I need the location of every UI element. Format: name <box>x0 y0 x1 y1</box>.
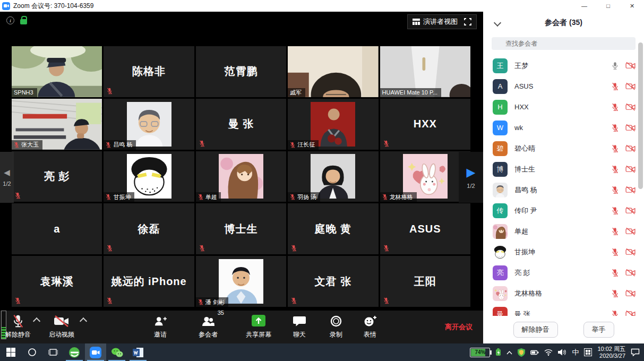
tray-date: 2020/3/27 <box>597 353 625 359</box>
search-input[interactable] <box>492 37 636 50</box>
participant-row[interactable]: 曼曼 张 <box>483 304 644 316</box>
video-off-icon <box>625 62 636 70</box>
participant-row[interactable]: HHXX <box>483 97 644 117</box>
video-tile[interactable]: 曼 张 <box>196 99 286 150</box>
video-tile[interactable]: SPNH3 <box>12 46 102 97</box>
video-tile[interactable]: 徐磊 <box>104 203 194 254</box>
participants-button[interactable]: 35 参会者 <box>199 314 218 339</box>
unmute-button[interactable]: 解除静音 <box>5 314 31 339</box>
muted-mic-icon <box>290 194 295 200</box>
video-tile[interactable]: 甘振坤 <box>104 151 194 202</box>
video-tile[interactable]: 羽扬 汤 <box>288 151 378 202</box>
task-view-button[interactable] <box>42 343 64 361</box>
charging-icon[interactable] <box>495 348 501 356</box>
video-tile[interactable]: 汪长征 <box>288 99 378 150</box>
video-tile[interactable]: 袁琳溪 <box>12 256 102 307</box>
restore-button[interactable]: □ <box>596 0 620 12</box>
cortana-button[interactable] <box>21 343 42 361</box>
start-video-button[interactable]: 启动视频 <box>49 314 74 339</box>
record-button[interactable]: 录制 <box>330 314 342 339</box>
participant-row[interactable]: 传传印 尹 <box>483 200 644 221</box>
record-icon <box>330 315 342 327</box>
avatar: A <box>493 79 508 94</box>
participant-name: 博士生 <box>514 165 612 174</box>
participant-row[interactable]: 碧碧心晴 <box>483 138 644 159</box>
raise-hand-button[interactable]: 举手 <box>583 322 614 338</box>
fullscreen-button[interactable] <box>464 18 471 25</box>
video-tile[interactable]: 昌鸣 杨 <box>104 99 194 150</box>
speaker-view-button[interactable]: 演讲者视图 <box>413 17 458 27</box>
browser-taskbar-icon[interactable] <box>64 343 85 361</box>
video-off-icon <box>625 227 636 235</box>
reactions-button[interactable]: 表情 <box>364 314 376 339</box>
hidden-icons-chevron[interactable] <box>506 350 512 355</box>
window-title: Zoom 会议号: 370-104-6359 <box>13 2 93 11</box>
participant-row[interactable]: Wwk <box>483 117 644 138</box>
participant-name: 龙林格格 <box>514 289 612 298</box>
zoom-taskbar-icon[interactable] <box>85 343 106 361</box>
participant-row[interactable]: 昌鸣 杨 <box>483 179 644 200</box>
panel-header: 参会者 (35) <box>483 12 644 34</box>
video-tile[interactable]: 王阳 <box>380 256 470 307</box>
system-tray: 74% 中 10:02 周五 2020/3/27 <box>470 346 644 359</box>
power-icon[interactable] <box>530 350 539 355</box>
muted-mic-icon <box>291 245 297 252</box>
wifi-icon[interactable] <box>544 349 553 356</box>
participant-row[interactable]: 龙林格格 <box>483 283 644 304</box>
video-tile[interactable]: 张大玉 <box>12 99 102 150</box>
wechat-taskbar-icon[interactable] <box>106 343 127 361</box>
video-tile[interactable]: 范霄鹏 <box>196 46 286 97</box>
video-tile[interactable]: 潘 剑彬 <box>196 256 286 307</box>
mic-options-caret[interactable] <box>33 317 40 325</box>
ime-language-indicator[interactable]: 中 <box>572 348 579 357</box>
video-tile[interactable]: 庭晚 黄 <box>288 203 378 254</box>
security-shield-icon[interactable] <box>518 348 525 357</box>
mic-muted-icon <box>612 186 619 194</box>
unmute-self-button[interactable]: 解除静音 <box>513 322 558 338</box>
video-tile[interactable]: HXX <box>380 99 470 150</box>
avatar: 曼 <box>493 307 508 316</box>
mic-muted-icon <box>612 289 619 298</box>
participant-name: wk <box>514 124 612 132</box>
video-tile[interactable]: HUAWEI Mate 10 P... <box>380 46 470 97</box>
previous-page-button[interactable]: ◀ 1/2 <box>0 152 14 203</box>
participant-name: HUAWEI Mate 10 P... <box>382 90 438 96</box>
battery-indicator[interactable]: 74% <box>470 348 490 357</box>
view-controls: 演讲者视图 <box>407 14 477 29</box>
taskbar-clock[interactable]: 10:02 周五 2020/3/27 <box>597 346 625 359</box>
meeting-info-icon[interactable]: i <box>6 16 14 24</box>
video-tile[interactable]: 姚远的 iPhone <box>104 256 194 307</box>
participant-row[interactable]: 博博士生 <box>483 159 644 179</box>
participant-row[interactable]: AASUS <box>483 76 644 97</box>
start-button[interactable] <box>0 343 21 361</box>
invite-button[interactable]: 邀请 <box>154 314 167 339</box>
share-screen-button[interactable]: 共享屏幕 <box>246 314 271 339</box>
scrollbar-thumb[interactable] <box>638 42 643 189</box>
participant-row[interactable]: 亮亮 彭 <box>483 262 644 283</box>
ime-pinyin-icon[interactable] <box>584 348 592 356</box>
participant-name: 袁琳溪 <box>12 256 102 307</box>
action-center-icon[interactable] <box>631 348 640 356</box>
video-tile[interactable]: 戚军 <box>288 46 378 97</box>
chat-button[interactable]: 聊天 <box>293 314 306 339</box>
participant-name: 曼 张 <box>514 310 612 316</box>
video-tile[interactable]: a <box>12 203 102 254</box>
leave-meeting-button[interactable]: 离开会议 <box>445 322 473 332</box>
next-page-button[interactable]: ▶ 1/2 <box>459 152 483 203</box>
video-tile[interactable]: 亮 彭 <box>12 151 102 202</box>
video-tile[interactable]: 陈格非 <box>104 46 194 97</box>
volume-icon[interactable] <box>558 349 566 356</box>
video-options-caret[interactable] <box>80 317 87 325</box>
video-tile[interactable]: 龙林格格 <box>380 151 470 202</box>
video-tile[interactable]: 文君 张 <box>288 256 378 307</box>
video-tile[interactable]: 博士生 <box>196 203 286 254</box>
close-button[interactable]: ✕ <box>620 0 644 12</box>
word-taskbar-icon[interactable] <box>127 343 149 361</box>
participant-row[interactable]: 王王梦 <box>483 55 644 76</box>
participant-row[interactable]: 单超 <box>483 221 644 242</box>
video-tile[interactable]: ASUS <box>380 203 470 254</box>
minimize-button[interactable]: — <box>572 0 596 12</box>
share-screen-icon <box>252 315 265 328</box>
video-tile[interactable]: 单超 <box>196 151 286 202</box>
participant-row[interactable]: 甘振坤 <box>483 242 644 262</box>
